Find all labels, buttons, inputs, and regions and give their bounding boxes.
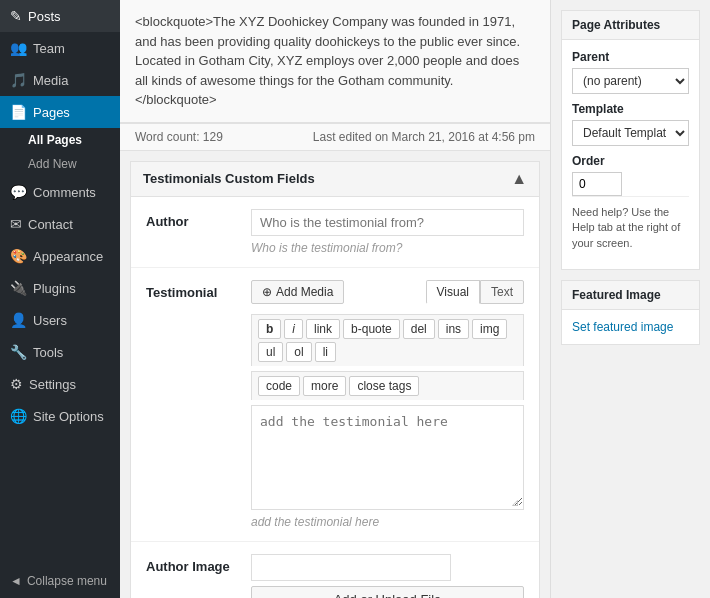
close-tags-button[interactable]: close tags xyxy=(349,376,419,396)
posts-icon: ✎ xyxy=(10,8,22,24)
author-field-row: Author Who is the testimonial from? xyxy=(131,197,539,268)
sidebar-item-appearance[interactable]: 🎨 Appearance xyxy=(0,240,120,272)
order-label: Order xyxy=(572,154,689,168)
sidebar-item-contact[interactable]: ✉ Contact xyxy=(0,208,120,240)
testimonial-editor-area[interactable]: ⊿ xyxy=(251,405,524,510)
ul-button[interactable]: ul xyxy=(258,342,283,362)
testimonial-textarea[interactable] xyxy=(252,406,523,506)
editor-toolbar: b i link b-quote del ins img ul ol li xyxy=(251,314,524,366)
author-hint: Who is the testimonial from? xyxy=(251,241,524,255)
parent-label: Parent xyxy=(572,50,689,64)
visual-text-tabs: Visual Text xyxy=(426,280,524,304)
panel-toggle-button[interactable]: ▲ xyxy=(511,170,527,188)
author-input[interactable] xyxy=(251,209,524,236)
add-media-button[interactable]: ⊕ Add Media xyxy=(251,280,344,304)
author-field-content: Who is the testimonial from? xyxy=(251,209,524,255)
panel-header: Testimonials Custom Fields ▲ xyxy=(131,162,539,197)
upload-file-button[interactable]: Add or Upload File xyxy=(251,586,524,599)
main-content: <blockquote>The XYZ Doohickey Company wa… xyxy=(120,0,710,598)
sidebar-item-team[interactable]: 👥 Team xyxy=(0,32,120,64)
bold-button[interactable]: b xyxy=(258,319,281,339)
featured-image-header: Featured Image xyxy=(562,281,699,310)
comments-icon: 💬 xyxy=(10,184,27,200)
blockquote-text: <blockquote>The XYZ Doohickey Company wa… xyxy=(135,14,520,107)
page-attributes-content: Parent (no parent) Template Default Temp… xyxy=(562,40,699,269)
sidebar-item-media[interactable]: 🎵 Media xyxy=(0,64,120,96)
set-featured-image-link[interactable]: Set featured image xyxy=(572,320,673,334)
sidebar-subitem-all-pages[interactable]: All Pages xyxy=(0,128,120,152)
sidebar-item-plugins[interactable]: 🔌 Plugins xyxy=(0,272,120,304)
panel-title: Testimonials Custom Fields xyxy=(143,171,315,186)
word-count: Word count: 129 xyxy=(135,130,223,144)
more-button[interactable]: more xyxy=(303,376,346,396)
appearance-icon: 🎨 xyxy=(10,248,27,264)
sidebar-item-site-options[interactable]: 🌐 Site Options xyxy=(0,400,120,432)
testimonial-top-toolbar: ⊕ Add Media Visual Text xyxy=(251,280,524,304)
template-select[interactable]: Default Template xyxy=(572,120,689,146)
divider xyxy=(572,196,689,197)
parent-select[interactable]: (no parent) xyxy=(572,68,689,94)
testimonial-field-content: ⊕ Add Media Visual Text b i link b-quote xyxy=(251,280,524,529)
sidebar-subitem-add-new[interactable]: Add New xyxy=(0,152,120,176)
template-label: Template xyxy=(572,102,689,116)
bquote-button[interactable]: b-quote xyxy=(343,319,400,339)
del-button[interactable]: del xyxy=(403,319,435,339)
code-button[interactable]: code xyxy=(258,376,300,396)
right-sidebar: Page Attributes Parent (no parent) Templ… xyxy=(550,0,710,598)
sidebar-item-tools[interactable]: 🔧 Tools xyxy=(0,336,120,368)
plugins-icon: 🔌 xyxy=(10,280,27,296)
author-image-label: Author Image xyxy=(146,554,236,574)
word-count-bar: Word count: 129 Last edited on March 21,… xyxy=(120,123,550,151)
text-tab[interactable]: Text xyxy=(480,280,524,304)
pages-icon: 📄 xyxy=(10,104,27,120)
author-image-input[interactable] xyxy=(251,554,451,581)
testimonial-field-row: Testimonial ⊕ Add Media Visual Text xyxy=(131,268,539,542)
last-edited: Last edited on March 21, 2016 at 4:56 pm xyxy=(313,130,535,144)
sidebar-item-posts[interactable]: ✎ Posts xyxy=(0,0,120,32)
author-image-row: Author Image Add or Upload File Upload a… xyxy=(131,542,539,599)
settings-icon: ⚙ xyxy=(10,376,23,392)
collapse-menu[interactable]: ◄ Collapse menu xyxy=(0,564,120,598)
blockquote-block: <blockquote>The XYZ Doohickey Company wa… xyxy=(120,0,550,123)
contact-icon: ✉ xyxy=(10,216,22,232)
featured-image-content: Set featured image xyxy=(562,310,699,344)
help-text: Need help? Use the Help tab at the right… xyxy=(572,205,689,251)
link-button[interactable]: link xyxy=(306,319,340,339)
center-panel: <blockquote>The XYZ Doohickey Company wa… xyxy=(120,0,550,598)
sidebar-item-settings[interactable]: ⚙ Settings xyxy=(0,368,120,400)
order-input[interactable] xyxy=(572,172,622,196)
visual-tab[interactable]: Visual xyxy=(426,280,480,304)
collapse-icon: ◄ xyxy=(10,574,22,588)
team-icon: 👥 xyxy=(10,40,27,56)
editor-toolbar-row2: code more close tags xyxy=(251,371,524,400)
page-attributes-header: Page Attributes xyxy=(562,11,699,40)
testimonial-hint: add the testimonial here xyxy=(251,515,524,529)
author-image-content: Add or Upload File Upload an image or en… xyxy=(251,554,524,599)
sidebar-item-users[interactable]: 👤 Users xyxy=(0,304,120,336)
ol-button[interactable]: ol xyxy=(286,342,311,362)
sidebar-item-pages[interactable]: 📄 Pages xyxy=(0,96,120,128)
img-button[interactable]: img xyxy=(472,319,507,339)
custom-fields-panel: Testimonials Custom Fields ▲ Author Who … xyxy=(130,161,540,599)
testimonial-label: Testimonial xyxy=(146,280,236,300)
users-icon: 👤 xyxy=(10,312,27,328)
ins-button[interactable]: ins xyxy=(438,319,469,339)
sidebar: ✎ Posts 👥 Team 🎵 Media 📄 Pages All Pages… xyxy=(0,0,120,598)
sidebar-item-comments[interactable]: 💬 Comments xyxy=(0,176,120,208)
tools-icon: 🔧 xyxy=(10,344,27,360)
media-icon: 🎵 xyxy=(10,72,27,88)
italic-button[interactable]: i xyxy=(284,319,303,339)
resize-handle[interactable]: ⊿ xyxy=(511,497,521,507)
site-options-icon: 🌐 xyxy=(10,408,27,424)
page-attributes-panel: Page Attributes Parent (no parent) Templ… xyxy=(561,10,700,270)
li-button[interactable]: li xyxy=(315,342,336,362)
author-label: Author xyxy=(146,209,236,229)
add-media-icon: ⊕ xyxy=(262,285,272,299)
featured-image-panel: Featured Image Set featured image xyxy=(561,280,700,345)
